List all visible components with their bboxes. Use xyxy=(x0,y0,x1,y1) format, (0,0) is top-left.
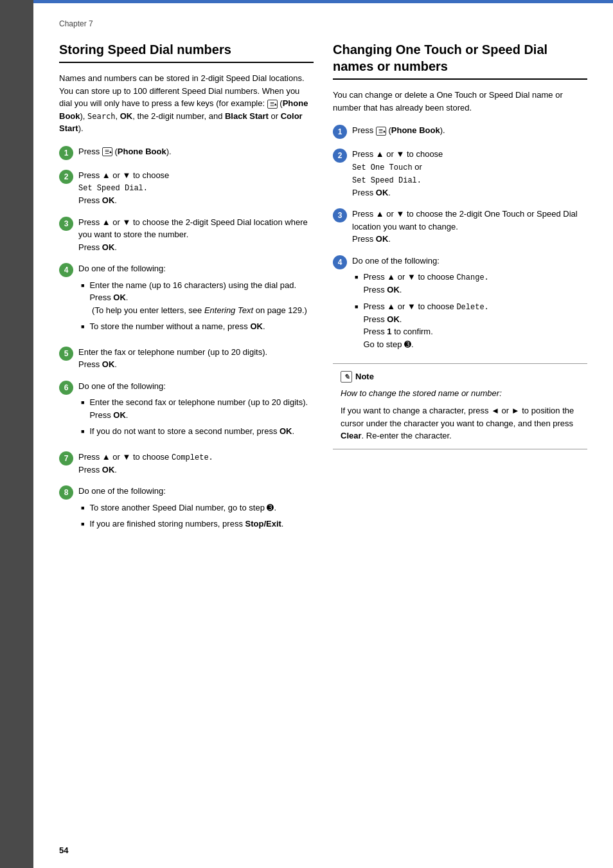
step-1-num: 1 xyxy=(59,146,73,160)
step-3-body: Press ▲ or ▼ to choose the 2-digit Speed… xyxy=(78,216,314,254)
right-intro: You can change or delete a One Touch or … xyxy=(333,89,587,114)
step-2-body: Press ▲ or ▼ to choose Set Speed Dial. P… xyxy=(78,169,314,207)
left-section-title: Storing Speed Dial numbers xyxy=(59,41,314,63)
right-column: Changing One Touch or Speed Dial names o… xyxy=(333,41,587,543)
right-step-2: 2 Press ▲ or ▼ to choose Set One Touch o… xyxy=(333,148,587,199)
step-4-num: 4 xyxy=(59,263,73,277)
phonebook-icon-s1: ☰ xyxy=(102,147,112,156)
step-8-bullet-2: If you are finished storing numbers, pre… xyxy=(81,518,314,530)
note-label: Note xyxy=(355,370,374,383)
step-6-bullet-1: Enter the second fax or telephone number… xyxy=(81,396,314,421)
right-step-4: 4 Do one of the following: Press ▲ or ▼ … xyxy=(333,255,587,355)
step-5: 5 Enter the fax or telephone number (up … xyxy=(59,346,314,371)
step-6-body: Do one of the following: Enter the secon… xyxy=(78,380,314,442)
right-step-1: 1 Press ☰ (Phone Book). xyxy=(333,124,587,139)
step-6: 6 Do one of the following: Enter the sec… xyxy=(59,380,314,442)
content-area: Chapter 7 Storing Speed Dial numbers Nam… xyxy=(33,0,613,868)
right-step-3: 3 Press ▲ or ▼ to choose the 2-digit One… xyxy=(333,208,587,246)
note-text: If you want to change a character, press… xyxy=(341,404,580,442)
step-7-body: Press ▲ or ▼ to choose Complete. Press O… xyxy=(78,451,314,476)
step-7: 7 Press ▲ or ▼ to choose Complete. Press… xyxy=(59,451,314,476)
step-8-body: Do one of the following: To store anothe… xyxy=(78,485,314,534)
left-intro: Names and numbers can be stored in 2-dig… xyxy=(59,72,314,135)
note-icon: ✎ xyxy=(341,371,352,383)
right-step-3-body: Press ▲ or ▼ to choose the 2-digit One T… xyxy=(352,208,587,246)
step-4-bullet-2: To store the number without a name, pres… xyxy=(81,320,314,333)
step-6-bullets: Enter the second fax or telephone number… xyxy=(81,396,314,438)
step-6-bullet-2: If you do not want to store a second num… xyxy=(81,425,314,438)
step-1: 1 Press ☰ (Phone Book). xyxy=(59,145,314,160)
step-4-bullet-1: Enter the name (up to 16 characters) usi… xyxy=(81,279,314,317)
page-number: 54 xyxy=(59,845,68,855)
step-4: 4 Do one of the following: Enter the nam… xyxy=(59,262,314,337)
step-8-bullet-1: To store another Speed Dial number, go t… xyxy=(81,502,314,514)
step-5-num: 5 xyxy=(59,347,73,361)
right-step-1-body: Press ☰ (Phone Book). xyxy=(352,124,587,137)
phonebook-icon: ☰ xyxy=(267,100,278,109)
right-step-4-num: 4 xyxy=(333,255,347,269)
chapter-label: Chapter 7 xyxy=(59,19,587,28)
step-8-bullets: To store another Speed Dial number, go t… xyxy=(81,502,314,530)
note-box: ✎ Note How to change the stored name or … xyxy=(333,363,587,449)
right-section-title: Changing One Touch or Speed Dial names o… xyxy=(333,41,587,80)
right-step-4-bullet-1: Press ▲ or ▼ to choose Change. Press OK. xyxy=(355,271,587,296)
two-column-layout: Storing Speed Dial numbers Names and num… xyxy=(59,41,587,543)
right-step-2-body: Press ▲ or ▼ to choose Set One Touch or … xyxy=(352,148,587,199)
step-2: 2 Press ▲ or ▼ to choose Set Speed Dial.… xyxy=(59,169,314,207)
right-step-4-bullet-2: Press ▲ or ▼ to choose Delete. Press OK.… xyxy=(355,300,587,351)
step-8-num: 8 xyxy=(59,485,73,500)
step-1-body: Press ☰ (Phone Book). xyxy=(78,145,314,158)
right-step-3-num: 3 xyxy=(333,208,347,222)
step-8: 8 Do one of the following: To store anot… xyxy=(59,485,314,534)
note-header: ✎ Note xyxy=(341,370,580,383)
right-step-4-body: Do one of the following: Press ▲ or ▼ to… xyxy=(352,255,587,355)
step-5-body: Enter the fax or telephone number (up to… xyxy=(78,346,314,371)
step-4-body: Do one of the following: Enter the name … xyxy=(78,262,314,337)
page: Chapter 7 Storing Speed Dial numbers Nam… xyxy=(0,0,613,868)
sidebar xyxy=(0,0,33,868)
step-3: 3 Press ▲ or ▼ to choose the 2-digit Spe… xyxy=(59,216,314,254)
step-2-num: 2 xyxy=(59,170,73,184)
step-3-num: 3 xyxy=(59,217,73,231)
right-step-4-bullets: Press ▲ or ▼ to choose Change. Press OK.… xyxy=(355,271,587,350)
step-7-num: 7 xyxy=(59,451,73,466)
step-4-bullets: Enter the name (up to 16 characters) usi… xyxy=(81,279,314,333)
phonebook-icon-r1: ☰ xyxy=(376,127,386,136)
left-column: Storing Speed Dial numbers Names and num… xyxy=(59,41,314,543)
step-6-num: 6 xyxy=(59,381,73,395)
note-italic-title: How to change the stored name or number: xyxy=(341,387,580,400)
right-step-2-num: 2 xyxy=(333,149,347,163)
right-step-1-num: 1 xyxy=(333,125,347,139)
